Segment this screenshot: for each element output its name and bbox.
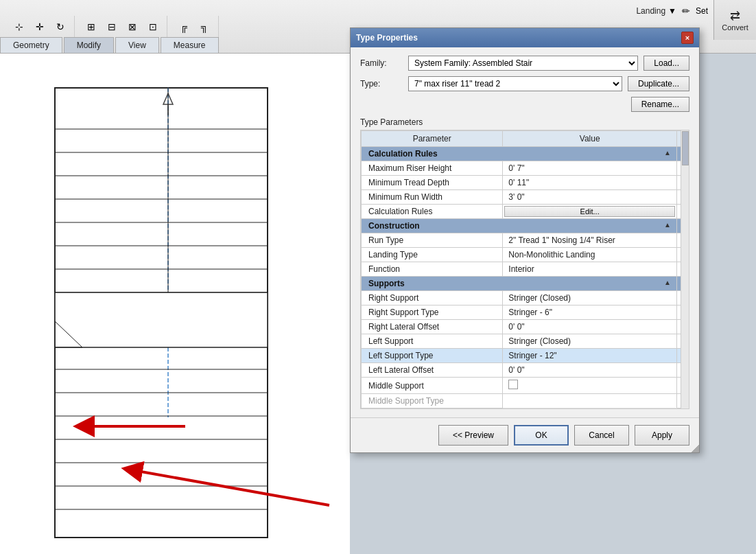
- value-max-riser[interactable]: 0' 7": [503, 161, 677, 176]
- value-min-tread[interactable]: 0' 11": [503, 176, 677, 190]
- param-right-lateral-offset: Right Lateral Offset: [362, 320, 503, 334]
- toolbar-group-3: ╔ ╗: [170, 16, 219, 38]
- family-row: Family: System Family: Assembled Stair L…: [360, 56, 689, 71]
- convert-button[interactable]: ⇄ Convert: [713, 0, 756, 40]
- param-right-support-type: Right Support Type: [362, 305, 503, 320]
- array-icon[interactable]: ⊡: [143, 17, 163, 36]
- table-row: Right Support Type Stringer - 6": [362, 305, 689, 320]
- split-icon[interactable]: ╗: [195, 17, 214, 36]
- type-params-label: Type Parameters: [360, 117, 423, 127]
- value-right-support-type[interactable]: Stringer - 6": [503, 305, 677, 320]
- table-row: Maximum Riser Height 0' 7": [362, 161, 689, 176]
- table-row: Right Support Stringer (Closed): [362, 291, 689, 305]
- col-header-value: Value: [503, 131, 677, 147]
- rename-button[interactable]: Rename...: [631, 97, 689, 112]
- table-row: Middle Support: [362, 378, 689, 394]
- group-calc-label: Calculation Rules: [368, 149, 438, 159]
- param-run-type: Run Type: [362, 233, 503, 248]
- type-row: Type: 7" max riser 11" tread 2 Duplicate…: [360, 76, 689, 91]
- table-row-highlighted: Left Support Type Stringer - 12": [362, 349, 689, 363]
- cancel-button[interactable]: Cancel: [574, 425, 629, 446]
- table-row: Calculation Rules Edit...: [362, 205, 689, 219]
- family-label: Family:: [360, 58, 408, 68]
- landing-dropdown-area: Landing ▼ ✏ Set: [636, 5, 708, 16]
- table-row: Left Lateral Offset 0' 0": [362, 363, 689, 378]
- value-run-type[interactable]: 2" Tread 1" Nosing 1/4" Riser: [503, 233, 677, 248]
- tab-view[interactable]: View: [115, 37, 159, 53]
- group-calc-collapse[interactable]: ▲: [664, 149, 671, 157]
- load-button[interactable]: Load...: [643, 56, 689, 71]
- param-min-run: Minimum Run Width: [362, 190, 503, 205]
- scrollbar-thumb[interactable]: [682, 131, 689, 165]
- table-scrollbar[interactable]: [681, 130, 689, 408]
- group-supports: Supports ▲: [362, 277, 689, 291]
- preview-button[interactable]: << Preview: [438, 425, 508, 446]
- type-properties-dialog: Type Properties × Family: System Family:…: [350, 27, 700, 453]
- set-label: Set: [696, 6, 708, 16]
- table-row: Minimum Tread Depth 0' 11": [362, 176, 689, 190]
- value-left-support[interactable]: Stringer (Closed): [503, 334, 677, 349]
- rename-row: Rename...: [360, 97, 689, 112]
- param-middle-support: Middle Support: [362, 378, 503, 394]
- mirror-icon[interactable]: ⊠: [123, 17, 142, 36]
- dialog-body: Family: System Family: Assembled Stair L…: [351, 47, 699, 417]
- value-function[interactable]: Interior: [503, 262, 677, 277]
- convert-label: Convert: [722, 23, 748, 32]
- landing-label: Landing: [636, 6, 665, 16]
- param-function: Function: [362, 262, 503, 277]
- duplicate-button[interactable]: Duplicate...: [628, 76, 689, 91]
- ok-button[interactable]: OK: [514, 425, 569, 446]
- edit-calc-rules-button[interactable]: Edit...: [504, 206, 675, 217]
- family-select[interactable]: System Family: Assembled Stair: [408, 56, 638, 71]
- table-row: Left Support Stringer (Closed): [362, 334, 689, 349]
- param-left-lateral-offset: Left Lateral Offset: [362, 363, 503, 378]
- move-icon[interactable]: ✛: [30, 17, 49, 36]
- resize-handle[interactable]: [689, 443, 699, 452]
- align-icon[interactable]: ⊞: [82, 17, 101, 36]
- type-select[interactable]: 7" max riser 11" tread 2: [408, 76, 622, 91]
- dialog-close-button[interactable]: ×: [681, 32, 694, 44]
- tab-measure[interactable]: Measure: [161, 37, 219, 53]
- dialog-title-bar: Type Properties ×: [351, 28, 699, 47]
- offset-icon[interactable]: ⊟: [102, 17, 121, 36]
- landing-dropdown-icon[interactable]: ▼: [668, 6, 676, 16]
- param-middle-support-type: Middle Support Type: [362, 394, 503, 408]
- stair-drawing: [48, 81, 281, 548]
- edit-icon[interactable]: ✏: [682, 5, 690, 16]
- group-supports-label: Supports: [368, 279, 405, 288]
- select-icon[interactable]: ⊹: [10, 17, 29, 36]
- value-min-run[interactable]: 3' 0": [503, 190, 677, 205]
- table-row: Function Interior: [362, 262, 689, 277]
- param-min-tread: Minimum Tread Depth: [362, 176, 503, 190]
- param-left-support-type: Left Support Type: [362, 349, 503, 363]
- group-supports-collapse[interactable]: ▲: [664, 279, 671, 286]
- value-calc-rules: Edit...: [503, 205, 677, 219]
- tab-modify[interactable]: Modify: [64, 37, 114, 53]
- col-header-param: Parameter: [362, 131, 503, 147]
- tab-geometry[interactable]: Geometry: [0, 37, 62, 53]
- middle-support-checkbox[interactable]: [508, 380, 518, 389]
- param-landing-type: Landing Type: [362, 248, 503, 262]
- table-row: Run Type 2" Tread 1" Nosing 1/4" Riser: [362, 233, 689, 248]
- table-row: Right Lateral Offset 0' 0": [362, 320, 689, 334]
- value-right-support[interactable]: Stringer (Closed): [503, 291, 677, 305]
- value-landing-type[interactable]: Non-Monolithic Landing: [503, 248, 677, 262]
- type-label: Type:: [360, 79, 408, 89]
- trim-icon[interactable]: ╔: [174, 17, 193, 36]
- dialog-title: Type Properties: [356, 33, 418, 43]
- group-calculation-rules: Calculation Rules ▲: [362, 147, 689, 161]
- value-left-lateral-offset: 0' 0": [503, 363, 677, 378]
- table-row: Minimum Run Width 3' 0": [362, 190, 689, 205]
- apply-button[interactable]: Apply: [635, 425, 689, 446]
- toolbar-group-1: ⊹ ✛ ↻: [5, 16, 75, 38]
- svg-rect-13: [55, 292, 268, 347]
- drawing-area: [0, 54, 350, 554]
- group-construction-collapse[interactable]: ▲: [664, 221, 671, 229]
- rotate-icon[interactable]: ↻: [51, 17, 70, 36]
- toolbar-group-2: ⊞ ⊟ ⊠ ⊡: [78, 16, 167, 38]
- type-params-section: Type Parameters: [360, 117, 689, 127]
- value-left-support-type[interactable]: Stringer - 12": [503, 349, 677, 363]
- param-calc-rules: Calculation Rules: [362, 205, 503, 219]
- value-middle-support-type: [503, 394, 677, 408]
- value-middle-support[interactable]: [503, 378, 677, 394]
